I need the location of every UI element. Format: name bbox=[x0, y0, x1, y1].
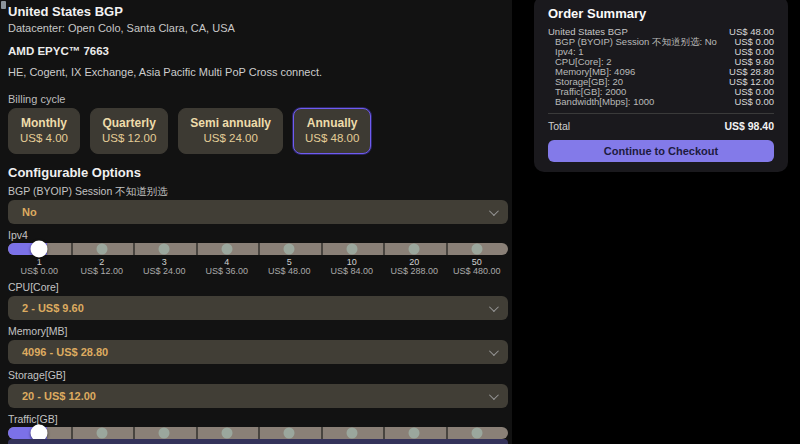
slider-tick: 10US$ 84.00 bbox=[321, 257, 384, 276]
billing-cycle-options: Monthly US$ 4.00 Quarterly US$ 12.00 Sem… bbox=[8, 108, 508, 154]
billing-option-name: Quarterly bbox=[102, 116, 156, 131]
slider-tick: 5US$ 48.00 bbox=[258, 257, 321, 276]
slider-segment-divider bbox=[71, 427, 73, 439]
ipv4-slider-handle[interactable] bbox=[31, 241, 48, 258]
network-description-text: HE, Cogent, IX Exchange, Asia Pacific Mu… bbox=[8, 66, 508, 79]
billing-option-name: Annually bbox=[305, 116, 359, 131]
ipv4-slider[interactable]: 1US$ 0.00 2US$ 12.00 3US$ 24.00 4US$ 36.… bbox=[8, 243, 508, 276]
slider-tick-dot bbox=[96, 244, 107, 255]
chevron-down-icon bbox=[489, 302, 499, 312]
memory-select[interactable]: 4096 - US$ 28.80 bbox=[8, 340, 508, 364]
order-summary-card: Order Summary United States BGP US$ 48.0… bbox=[534, 0, 788, 172]
summary-row-price: US$ 0.00 bbox=[734, 97, 774, 107]
slider-segment-divider bbox=[196, 243, 198, 255]
slider-tick-dot bbox=[409, 244, 420, 255]
cpu-core-select[interactable]: 2 - US$ 9.60 bbox=[8, 296, 508, 320]
slider-segment-divider bbox=[133, 243, 135, 255]
billing-option-annually[interactable]: Annually US$ 48.00 bbox=[293, 108, 371, 154]
slider-tick: 20US$ 288.00 bbox=[383, 257, 446, 276]
chevron-down-icon bbox=[489, 206, 499, 216]
ipv4-label: Ipv4 bbox=[8, 230, 508, 241]
billing-option-name: Semi annually bbox=[190, 116, 271, 131]
total-row: Total US$ 98.40 bbox=[548, 120, 774, 132]
slider-tick-dot bbox=[471, 428, 482, 439]
cpu-core-label: CPU[Core] bbox=[8, 282, 508, 293]
slider-tick: 4US$ 36.00 bbox=[196, 257, 259, 276]
slider-tick-dot bbox=[346, 428, 357, 439]
ipv4-slider-track[interactable] bbox=[8, 243, 508, 255]
slider-segment-divider bbox=[446, 427, 448, 439]
slider-tick: 50US$ 480.00 bbox=[446, 257, 509, 276]
traffic-label: Traffic[GB] bbox=[8, 414, 508, 425]
billing-option-quarterly[interactable]: Quarterly US$ 12.00 bbox=[90, 108, 168, 154]
slider-segment-divider bbox=[383, 243, 385, 255]
slider-tick-dot bbox=[284, 244, 295, 255]
summary-divider bbox=[548, 113, 774, 114]
continue-to-checkout-button[interactable]: Continue to Checkout bbox=[548, 140, 774, 162]
bgp-session-label: BGP (BYOIP) Session 不知道别选 bbox=[8, 186, 508, 197]
billing-cycle-label: Billing cycle bbox=[8, 93, 508, 106]
slider-tick-dot bbox=[221, 244, 232, 255]
product-config-panel: United States BGP Datacenter: Open Colo,… bbox=[0, 0, 512, 444]
datacenter-text: Datacenter: Open Colo, Santa Clara, CA, … bbox=[8, 22, 508, 35]
bgp-session-value: No bbox=[22, 206, 37, 218]
slider-segment-divider bbox=[446, 243, 448, 255]
total-label: Total bbox=[548, 120, 570, 132]
storage-label: Storage[GB] bbox=[8, 370, 508, 381]
slider-segment-divider bbox=[258, 427, 260, 439]
configurable-options-heading: Configurable Options bbox=[8, 165, 508, 180]
slider-tick-dot bbox=[96, 428, 107, 439]
slider-segment-divider bbox=[321, 243, 323, 255]
memory-label: Memory[MB] bbox=[8, 326, 508, 337]
slider-segment-divider bbox=[321, 427, 323, 439]
billing-option-semi-annually[interactable]: Semi annually US$ 24.00 bbox=[178, 108, 283, 154]
chevron-down-icon bbox=[489, 346, 499, 356]
cpu-core-value: 2 - US$ 9.60 bbox=[22, 302, 84, 314]
slider-segment-divider bbox=[196, 427, 198, 439]
slider-tick: 1US$ 0.00 bbox=[8, 257, 71, 276]
summary-row: Bandwidth[Mbps]: 1000 US$ 0.00 bbox=[548, 97, 774, 107]
slider-tick-dot bbox=[221, 428, 232, 439]
corner-glyph-icon bbox=[1, 1, 6, 9]
slider-tick: 3US$ 24.00 bbox=[133, 257, 196, 276]
slider-tick-dot bbox=[409, 428, 420, 439]
order-summary-heading: Order Summary bbox=[548, 6, 774, 21]
memory-value: 4096 - US$ 28.80 bbox=[22, 346, 108, 358]
traffic-slider-track[interactable] bbox=[8, 427, 508, 439]
billing-option-price: US$ 48.00 bbox=[305, 131, 359, 146]
bgp-session-select[interactable]: No bbox=[8, 200, 508, 224]
slider-segment-divider bbox=[383, 427, 385, 439]
slider-tick-dot bbox=[159, 428, 170, 439]
bandwidth-slider-track[interactable] bbox=[8, 439, 508, 444]
slider-segment-divider bbox=[71, 243, 73, 255]
billing-option-price: US$ 24.00 bbox=[190, 131, 271, 146]
slider-tick-dot bbox=[159, 244, 170, 255]
slider-tick: 2US$ 12.00 bbox=[71, 257, 134, 276]
slider-tick-dot bbox=[346, 244, 357, 255]
ipv4-slider-ticks: 1US$ 0.00 2US$ 12.00 3US$ 24.00 4US$ 36.… bbox=[8, 257, 508, 276]
total-price: US$ 98.40 bbox=[724, 120, 774, 132]
billing-option-price: US$ 4.00 bbox=[20, 131, 68, 146]
cpu-model-text: AMD EPYC™ 7663 bbox=[8, 45, 508, 58]
slider-segment-divider bbox=[258, 243, 260, 255]
page-title: United States BGP bbox=[8, 4, 508, 19]
chevron-down-icon bbox=[489, 390, 499, 400]
billing-option-name: Monthly bbox=[20, 116, 68, 131]
storage-value: 20 - US$ 12.00 bbox=[22, 390, 96, 402]
slider-tick-dot bbox=[284, 428, 295, 439]
storage-select[interactable]: 20 - US$ 12.00 bbox=[8, 384, 508, 408]
billing-option-monthly[interactable]: Monthly US$ 4.00 bbox=[8, 108, 80, 154]
summary-row-label: Bandwidth[Mbps]: 1000 bbox=[548, 97, 654, 107]
slider-tick-dot bbox=[471, 244, 482, 255]
billing-option-price: US$ 12.00 bbox=[102, 131, 156, 146]
slider-segment-divider bbox=[133, 427, 135, 439]
